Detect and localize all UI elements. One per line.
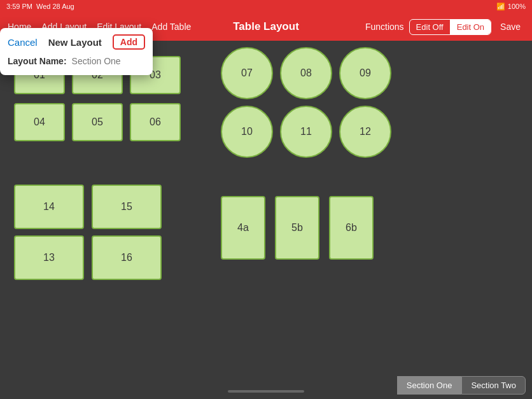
table-cell-16[interactable]: 16 — [92, 235, 162, 280]
table-cell-04[interactable]: 04 — [14, 103, 65, 141]
edit-off-button[interactable]: Edit Off — [410, 20, 451, 34]
main-content: 010203040506141513164a5b6b070809101112 — [0, 41, 532, 371]
edit-toggle-group: Edit Off Edit On — [409, 19, 491, 35]
table-cell-15[interactable]: 15 — [92, 185, 162, 229]
table-cell-14[interactable]: 14 — [14, 185, 84, 229]
popup-cancel-button[interactable]: Cancel — [8, 37, 38, 48]
table-cell-11[interactable]: 11 — [280, 106, 332, 158]
section-two-tab[interactable]: Section Two — [461, 376, 526, 395]
table-cell-06[interactable]: 06 — [130, 103, 181, 141]
table-cell-10[interactable]: 10 — [221, 106, 273, 158]
popup-name-label: Layout Name: — [8, 56, 67, 66]
edit-on-button[interactable]: Edit On — [451, 20, 491, 34]
table-cell-08[interactable]: 08 — [280, 47, 332, 99]
table-cell-12[interactable]: 12 — [339, 106, 391, 158]
table-cell-4a[interactable]: 4a — [221, 196, 265, 260]
status-left: 3:59 PM Wed 28 Aug — [6, 3, 74, 10]
table-cell-07[interactable]: 07 — [221, 47, 273, 99]
layout-name-input[interactable] — [72, 56, 183, 66]
status-time: 3:59 PM — [6, 3, 32, 10]
top-bar-right: Functions Edit Off Edit On Save — [365, 19, 524, 35]
functions-label[interactable]: Functions — [365, 22, 404, 32]
bottom-bar: Section One Section Two — [0, 371, 532, 399]
wifi-icon: 📶 — [496, 3, 505, 11]
popup-title: New Layout — [48, 37, 102, 48]
page-title: Table Layout — [233, 20, 299, 33]
status-right: 📶 100% — [496, 3, 526, 11]
table-cell-09[interactable]: 09 — [339, 47, 391, 99]
popup-top-row: Cancel New Layout Add — [8, 34, 145, 50]
table-cell-05[interactable]: 05 — [72, 103, 123, 141]
table-cell-6b[interactable]: 6b — [329, 196, 374, 260]
scroll-indicator — [228, 390, 304, 393]
new-layout-popup: Cancel New Layout Add Layout Name: — [0, 28, 153, 75]
popup-add-button[interactable]: Add — [113, 34, 145, 50]
section-one-tab[interactable]: Section One — [397, 376, 462, 395]
save-button[interactable]: Save — [496, 19, 524, 34]
popup-name-row: Layout Name: — [8, 56, 145, 66]
battery-text: 100% — [508, 3, 526, 10]
table-cell-13[interactable]: 13 — [14, 235, 84, 280]
table-cell-5b[interactable]: 5b — [275, 196, 319, 260]
status-date: Wed 28 Aug — [36, 3, 74, 10]
status-bar: 3:59 PM Wed 28 Aug 📶 100% — [0, 0, 532, 13]
add-table-link[interactable]: Add Table — [151, 22, 191, 32]
